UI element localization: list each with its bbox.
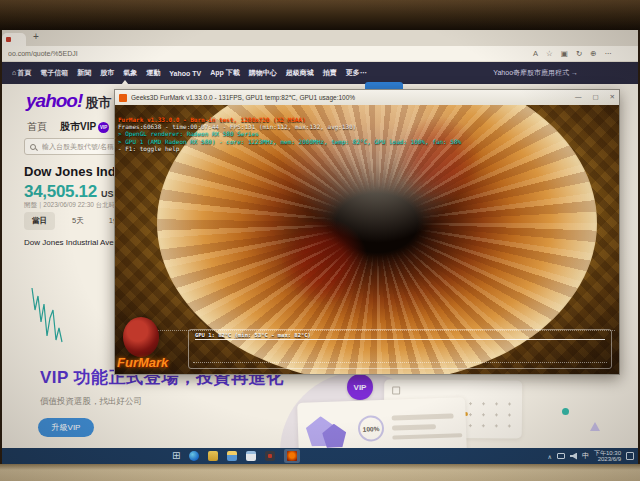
furmark-window-title: Geeks3D FurMark v1.33.0.0 - 131FPS, GPU1… xyxy=(131,94,564,102)
overlay-line-burnin: FurMark v1.33.0.0 - Burn-in test, 1280x7… xyxy=(118,116,461,123)
photo-of-monitor: + oo.com/quote/%5EDJI A ☆ ▣ ↻ ⊕ ⋯ ⌂首頁 電子… xyxy=(0,0,640,481)
browser-tab[interactable] xyxy=(2,33,26,46)
overlay-line-gpu: > GPU 1 (AMD Radeon RX 580) - core: 1223… xyxy=(118,138,461,145)
quote-meta: 開盤｜2023/06/09 22:30 台北時間 xyxy=(24,201,122,210)
system-tray: ∧ 中 下午10:30 2023/6/9 xyxy=(548,448,634,464)
yahoo-logo-suffix: 股市 xyxy=(85,94,111,112)
quote-price: 34,505.12 xyxy=(24,182,97,202)
nav-item-app-download[interactable]: App 下載 xyxy=(210,68,240,78)
gpu-temp-curve xyxy=(195,339,605,340)
vip-banner-subtitle: 價值投資選股，找出好公司 xyxy=(40,396,142,408)
minimize-button[interactable]: — xyxy=(575,94,582,101)
gpu-temp-graph: GPU 1: 82°C (min: 53°C - max: 82°C) xyxy=(188,329,612,369)
tray-display-icon[interactable] xyxy=(557,453,565,459)
nav-item-more[interactable]: 更多⋯ xyxy=(346,68,367,78)
illustration-polygons xyxy=(305,409,350,451)
desk-keyboard xyxy=(0,464,640,481)
overlay-line-help: - F1: toggle help xyxy=(118,145,461,152)
nav-item-mall[interactable]: 超級商城 xyxy=(286,68,314,78)
browser-toolbar-icons: A ☆ ▣ ↻ ⊕ ⋯ xyxy=(533,50,612,58)
start-button[interactable]: ⊞ xyxy=(172,451,180,461)
tab-stock-vip[interactable]: 股市VIPVIP xyxy=(60,120,109,134)
tray-date: 2023/6/9 xyxy=(594,456,621,463)
percent-circle: 100% xyxy=(358,415,385,442)
monitor-top-bezel xyxy=(0,0,640,30)
collections-icon[interactable]: ▣ xyxy=(561,50,568,58)
placeholder-bar xyxy=(392,424,436,431)
range-tab-today[interactable]: 當日 xyxy=(24,212,55,230)
new-tab-button[interactable]: + xyxy=(33,31,39,42)
nav-item-home-label: 首頁 xyxy=(17,69,31,76)
taskbar-app-yellow-icon[interactable] xyxy=(208,451,218,461)
taskbar-edge-icon[interactable] xyxy=(189,451,199,461)
furmark-render-area: FurMark v1.33.0.0 - Burn-in test, 1280x7… xyxy=(115,105,619,374)
nav-item-home[interactable]: ⌂首頁 xyxy=(12,68,31,78)
taskbar-furmark-icon xyxy=(287,451,297,461)
more-options-icon[interactable]: ⋯ xyxy=(605,50,613,58)
maximize-button[interactable]: ▢ xyxy=(592,94,598,101)
tab-home[interactable]: 首頁 xyxy=(27,120,47,134)
furmark-stats-overlay: FurMark v1.33.0.0 - Burn-in test, 1280x7… xyxy=(118,116,461,152)
placeholder-bars xyxy=(392,413,463,439)
tray-volume-icon[interactable] xyxy=(570,453,577,460)
furmark-titlebar[interactable]: Geeks3D FurMark v1.33.0.0 - 131FPS, GPU1… xyxy=(115,90,619,105)
nav-item-sports[interactable]: 運動 xyxy=(146,68,160,78)
illustration-triangle xyxy=(590,422,600,431)
yahoo-logo-row: yahoo! 股市 xyxy=(26,90,111,112)
yahoo-logo[interactable]: yahoo! xyxy=(26,90,82,112)
tray-ime-label[interactable]: 中 xyxy=(582,451,589,461)
browser-tab-strip: + xyxy=(2,30,638,46)
furmark-app-icon xyxy=(119,94,127,102)
geeks3d-logo xyxy=(123,317,159,357)
nav-item-auction[interactable]: 拍賣 xyxy=(323,68,337,78)
overlay-line-renderer: > OpenGL renderer: Radeon RX 580 Series xyxy=(118,130,461,137)
taskbar-furmark-tile[interactable] xyxy=(284,449,300,463)
home-icon: ⌂ xyxy=(12,69,16,76)
furmark-logo-text: FurMark xyxy=(117,355,168,370)
furmark-window: Geeks3D FurMark v1.33.0.0 - 131FPS, GPU1… xyxy=(114,89,620,375)
taskbar-file-explorer-icon[interactable] xyxy=(227,451,237,461)
upgrade-vip-button[interactable]: 升級VIP xyxy=(38,418,94,437)
nav-promo-link[interactable]: Yahoo奇摩股市應用程式 → xyxy=(493,68,578,78)
nav-item-news[interactable]: 新聞 xyxy=(77,68,91,78)
extensions-icon[interactable]: ⊕ xyxy=(590,50,596,58)
taskbar-app-dark-icon[interactable] xyxy=(265,451,275,461)
tab-stock-vip-label: 股市VIP xyxy=(60,121,96,132)
placeholder-bar xyxy=(392,433,462,439)
taskbar: ⊞ ∧ 中 下午10:30 2023/6/9 xyxy=(2,448,638,464)
range-tab-5d[interactable]: 5天 xyxy=(64,212,92,230)
url-text[interactable]: oo.com/quote/%5EDJI xyxy=(8,50,533,57)
close-button[interactable]: ✕ xyxy=(610,94,615,101)
nav-item-yahoo-tv[interactable]: Yahoo TV xyxy=(169,70,201,77)
illustration-teal-dot xyxy=(562,408,569,415)
nav-item-stocks[interactable]: 股市 xyxy=(100,68,114,78)
placeholder-bar xyxy=(392,413,454,420)
gpu-temp-graph-label: GPU 1: 82°C (min: 53°C - max: 82°C) xyxy=(195,332,311,338)
nav-item-shopping[interactable]: 購物中心 xyxy=(249,68,277,78)
tab-favicon xyxy=(6,37,11,42)
refresh-icon[interactable]: ↻ xyxy=(576,50,582,58)
nav-item-weather[interactable]: 氣象 xyxy=(123,68,137,78)
overlay-line-frames: Frames:60638 - time:00:07:44 - FPS:131 (… xyxy=(118,123,461,130)
screen: + oo.com/quote/%5EDJI A ☆ ▣ ↻ ⊕ ⋯ ⌂首頁 電子… xyxy=(2,30,638,464)
search-icon xyxy=(30,144,36,150)
stock-mini-chart xyxy=(29,280,65,350)
nav-item-mail[interactable]: 電子信箱 xyxy=(40,68,68,78)
tray-clock[interactable]: 下午10:30 2023/6/9 xyxy=(594,450,621,463)
calendar-icon xyxy=(392,386,400,394)
browser-address-bar[interactable]: oo.com/quote/%5EDJI A ☆ ▣ ↻ ⊕ ⋯ xyxy=(2,46,638,62)
notification-center-icon[interactable] xyxy=(626,452,634,460)
read-aloud-icon[interactable]: A xyxy=(533,50,538,58)
vip-badge: VIP xyxy=(98,122,109,133)
favorites-star-icon[interactable]: ☆ xyxy=(546,50,553,58)
tray-chevron-icon[interactable]: ∧ xyxy=(548,453,552,460)
yahoo-top-nav: ⌂首頁 電子信箱 新聞 股市 氣象 運動 Yahoo TV App 下載 購物中… xyxy=(2,62,638,84)
taskbar-app-light-icon[interactable] xyxy=(246,451,256,461)
